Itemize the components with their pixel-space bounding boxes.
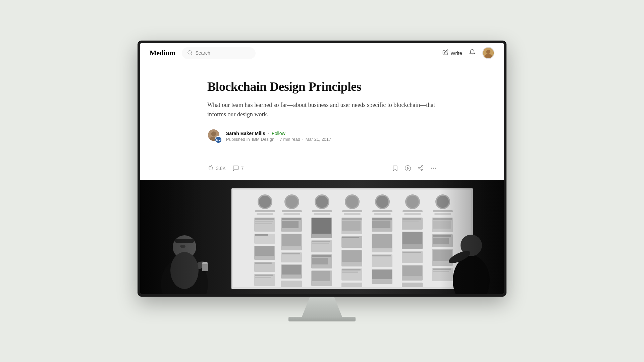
svg-rect-87 — [312, 243, 329, 244]
svg-line-15 — [420, 169, 422, 170]
svg-rect-69 — [255, 262, 272, 264]
monitor-base — [288, 317, 356, 321]
svg-rect-67 — [255, 246, 274, 256]
svg-rect-75 — [282, 221, 299, 228]
read-time: 7 min read — [280, 137, 300, 142]
action-right — [392, 165, 437, 172]
write-button[interactable]: Write — [442, 49, 462, 57]
write-icon — [442, 49, 448, 57]
hero-svg — [140, 180, 504, 294]
svg-rect-117 — [402, 232, 422, 244]
svg-rect-77 — [282, 234, 301, 246]
search-bar[interactable] — [182, 47, 256, 59]
svg-point-33 — [259, 196, 271, 208]
follow-button[interactable]: Follow — [272, 131, 285, 136]
monitor-stand — [302, 297, 342, 317]
svg-rect-110 — [372, 255, 391, 256]
svg-line-16 — [420, 167, 422, 168]
author-name[interactable]: Sarah Baker Mills — [226, 131, 265, 136]
dot-separator: · — [268, 131, 269, 136]
svg-point-13 — [418, 168, 420, 169]
svg-rect-74 — [282, 218, 301, 220]
meta-sep-1: · — [276, 137, 278, 142]
brand-logo[interactable]: Medium — [150, 49, 175, 57]
published-in-label: Published in — [226, 137, 250, 142]
svg-rect-52 — [342, 210, 362, 212]
search-input[interactable] — [195, 50, 242, 56]
svg-rect-89 — [312, 255, 331, 257]
svg-rect-115 — [402, 221, 419, 222]
svg-rect-82 — [281, 281, 302, 287]
svg-point-43 — [407, 196, 419, 208]
write-label: Write — [450, 50, 462, 56]
svg-rect-47 — [257, 213, 273, 215]
svg-rect-57 — [404, 213, 421, 215]
author-avatars: IBM — [207, 129, 222, 143]
action-left: 3.8K 7 — [207, 165, 244, 172]
svg-point-37 — [316, 196, 328, 208]
svg-rect-122 — [402, 283, 423, 287]
notifications-icon[interactable] — [469, 49, 476, 57]
navbar: Medium — [140, 43, 504, 63]
svg-rect-114 — [402, 218, 421, 220]
svg-rect-108 — [372, 234, 392, 248]
svg-rect-92 — [312, 271, 330, 281]
more-options-button[interactable] — [430, 165, 437, 172]
action-bar: 3.8K 7 — [140, 165, 504, 180]
listen-button[interactable] — [405, 165, 411, 172]
more-icon — [430, 165, 437, 172]
svg-rect-106 — [372, 221, 390, 228]
svg-rect-63 — [255, 223, 272, 224]
user-avatar[interactable] — [482, 47, 494, 59]
svg-rect-99 — [342, 250, 362, 262]
article-header: Blockchain Design Principles What our te… — [140, 63, 504, 165]
svg-rect-101 — [342, 269, 361, 270]
share-button[interactable] — [417, 165, 424, 172]
svg-rect-71 — [255, 275, 273, 276]
svg-rect-90 — [312, 258, 328, 264]
clap-count: 3.8K — [216, 166, 226, 171]
comment-icon — [232, 165, 239, 172]
author-info: Sarah Baker Mills · Follow Published in … — [226, 131, 331, 142]
svg-rect-121 — [402, 266, 422, 276]
hero-image — [140, 180, 504, 294]
svg-point-35 — [286, 196, 298, 208]
author-row: IBM Sarah Baker Mills · Follow Published… — [207, 129, 437, 143]
svg-point-3 — [486, 50, 490, 54]
listen-icon — [405, 165, 411, 172]
svg-line-1 — [191, 54, 192, 55]
svg-rect-137 — [140, 180, 205, 294]
save-button[interactable] — [392, 165, 398, 172]
svg-point-6 — [211, 131, 216, 136]
comment-button[interactable]: 7 — [232, 165, 244, 172]
svg-point-18 — [435, 168, 436, 169]
svg-rect-105 — [372, 218, 392, 220]
monitor-screen: Medium — [138, 41, 506, 297]
clap-button[interactable]: 3.8K — [207, 165, 226, 172]
svg-rect-86 — [312, 241, 330, 242]
svg-marker-11 — [407, 167, 409, 170]
article-title: Blockchain Design Principles — [207, 79, 437, 94]
svg-rect-72 — [255, 277, 271, 278]
svg-rect-138 — [439, 180, 504, 294]
svg-rect-53 — [344, 213, 361, 215]
svg-rect-79 — [282, 253, 300, 254]
publish-date: Mar 21, 2017 — [306, 137, 331, 142]
publication-link[interactable]: IBM Design — [252, 137, 274, 142]
svg-rect-65 — [255, 234, 268, 236]
svg-rect-46 — [255, 210, 275, 212]
svg-rect-50 — [312, 210, 332, 212]
svg-point-39 — [346, 196, 358, 208]
comment-count: 7 — [241, 166, 244, 171]
svg-rect-55 — [374, 213, 391, 215]
svg-rect-94 — [342, 218, 362, 220]
svg-rect-51 — [314, 213, 330, 215]
meta-sep-2: · — [302, 137, 304, 142]
svg-rect-102 — [342, 272, 358, 273]
svg-point-10 — [405, 166, 411, 171]
search-icon — [187, 50, 193, 56]
clap-icon — [207, 165, 214, 172]
svg-rect-103 — [341, 283, 362, 287]
svg-rect-62 — [255, 221, 273, 222]
author-meta: Published in IBM Design · 7 min read · M… — [226, 137, 331, 142]
